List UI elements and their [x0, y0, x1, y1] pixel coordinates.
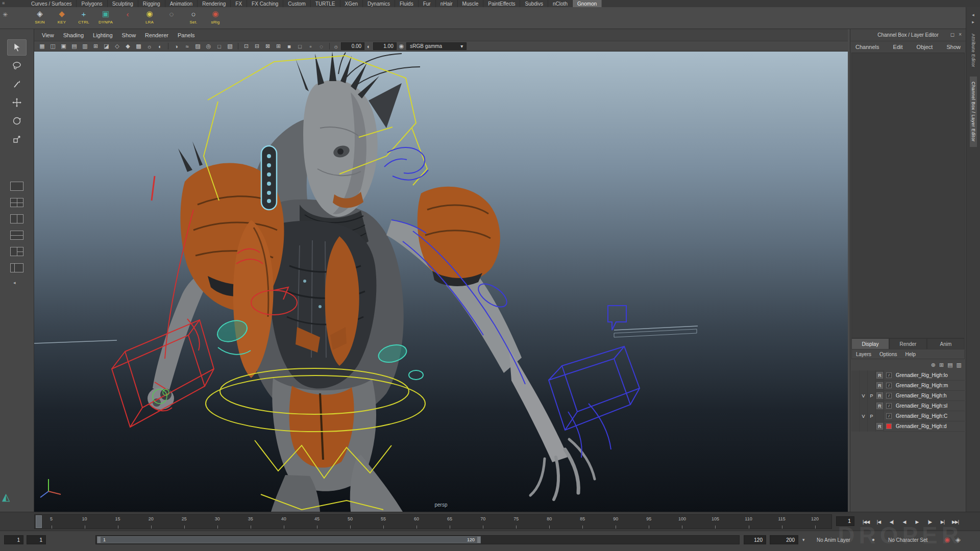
shelf-menu-icon[interactable]: ≡: [2, 1, 5, 6]
channel-box-menu-item[interactable]: Show: [946, 44, 961, 50]
layer-visibility-cell[interactable]: [860, 421, 868, 432]
timeline-tick[interactable]: 10: [68, 515, 101, 529]
resolution-gate-icon[interactable]: ⊡: [241, 43, 252, 49]
layer-editor-menu-item[interactable]: Help: [905, 352, 916, 357]
move-tool-button[interactable]: [7, 94, 27, 111]
animation-start-field[interactable]: 1: [4, 535, 23, 544]
layer-row[interactable]: R / Grenadier_Rig_High:lo: [851, 370, 965, 381]
close-panel-icon[interactable]: ×: [959, 32, 962, 37]
viewport-menu-item[interactable]: Lighting: [88, 32, 117, 38]
image-plane-icon[interactable]: ▥: [80, 43, 90, 49]
layer-color-swatch[interactable]: [884, 423, 894, 429]
isolate-select-icon[interactable]: □: [214, 43, 225, 49]
shelf-tab[interactable]: nHair: [436, 0, 458, 7]
film-gate-icon[interactable]: ⊟: [252, 43, 262, 49]
viewport-3d-canvas[interactable]: persp: [34, 52, 848, 512]
layer-playback-cell[interactable]: [868, 421, 876, 432]
current-time-field[interactable]: 1: [836, 516, 854, 526]
shadows-icon[interactable]: ◐: [155, 43, 165, 49]
range-slider[interactable]: 1 120: [95, 535, 740, 544]
motion-blur-icon[interactable]: ≈: [182, 43, 192, 49]
new-layer-from-selected-icon[interactable]: ⊞: [939, 362, 944, 368]
go-to-end-button[interactable]: ▶▶|: [949, 515, 962, 528]
shelf-tab[interactable]: Dynamics: [363, 0, 395, 7]
timeline-tick[interactable]: 15: [101, 515, 134, 529]
layer-name[interactable]: Grenadier_Rig_High:sl: [894, 403, 965, 409]
shelf-tab[interactable]: nCloth: [548, 0, 573, 7]
layer-editor-tab[interactable]: Display: [851, 338, 889, 349]
shelf-tab[interactable]: Sculpting: [108, 0, 138, 7]
timeline-tick[interactable]: 60: [400, 515, 433, 529]
shelf-tab[interactable]: Animation: [165, 0, 198, 7]
layer-color-swatch[interactable]: /: [884, 372, 894, 378]
toolbox-more-arrow[interactable]: ◂: [13, 280, 16, 285]
layer-playback-cell[interactable]: P: [868, 411, 876, 421]
timeline-tick[interactable]: 80: [533, 515, 566, 529]
timeline-tick[interactable]: 115: [765, 515, 798, 529]
key-shelf-button[interactable]: ◆ KEY: [53, 8, 71, 28]
gear-icon[interactable]: ✳: [3, 11, 8, 18]
timeline-tick[interactable]: 90: [599, 515, 632, 529]
timeline-tick[interactable]: 30: [201, 515, 234, 529]
viewport-menu-item[interactable]: Panels: [173, 32, 200, 38]
layer-row[interactable]: R / Grenadier_Rig_High:sl: [851, 401, 965, 411]
timeline-tick[interactable]: 50: [333, 515, 366, 529]
timeline-playhead[interactable]: [36, 515, 42, 528]
depth-of-field-icon[interactable]: ◎: [203, 43, 214, 49]
auto-keyframe-icon[interactable]: ◉: [944, 536, 950, 543]
timeline-tick[interactable]: 85: [566, 515, 599, 529]
timeline-tick[interactable]: 120: [798, 515, 831, 529]
layer-color-swatch[interactable]: /: [884, 393, 894, 398]
layer-name[interactable]: Grenadier_Rig_High:m: [894, 383, 965, 388]
layer-visibility-cell[interactable]: V: [860, 411, 868, 421]
shelf-tab[interactable]: Gnomon: [573, 0, 602, 7]
range-slider-selection[interactable]: 1 120: [97, 536, 481, 543]
shelf-back-arrow[interactable]: ‹: [118, 8, 137, 28]
dock-tab[interactable]: Attribute Editor: [970, 29, 977, 72]
layer-editor-tab[interactable]: Render: [889, 338, 927, 349]
lock-camera-icon[interactable]: ◫: [47, 43, 58, 49]
shelf-tab[interactable]: Rendering: [198, 0, 231, 7]
channel-box-empty-area[interactable]: [851, 53, 965, 338]
shelf-tab[interactable]: Curves / Surfaces: [27, 0, 77, 7]
shelf-tab[interactable]: Fluids: [395, 0, 419, 7]
layer-toggle-cell[interactable]: [851, 421, 860, 432]
skin-shelf-button[interactable]: ◈ SKIN: [31, 8, 49, 28]
layer-editor-menu-item[interactable]: Layers: [856, 352, 871, 357]
display-mask-icon[interactable]: ⊠: [262, 43, 273, 49]
viewport-menu-item[interactable]: Show: [117, 32, 141, 38]
shaded-display-icon[interactable]: ◆: [122, 43, 133, 49]
timeline-tick[interactable]: 75: [500, 515, 533, 529]
dock-tab[interactable]: Channel Box / Layer Editor: [970, 77, 977, 147]
play-backward-button[interactable]: ◀: [898, 515, 911, 528]
viewport-menu-item[interactable]: View: [37, 32, 59, 38]
layer-playback-cell[interactable]: [868, 370, 876, 381]
layout-two-horizontal-button[interactable]: [7, 227, 27, 243]
layer-row[interactable]: V P / Grenadier_Rig_High:C: [851, 411, 965, 421]
play-forward-button[interactable]: ▶: [911, 515, 923, 528]
exposure-icon[interactable]: ☼: [333, 43, 338, 49]
character-set-status[interactable]: No Character Set: [888, 537, 927, 543]
ctrl-shelf-button[interactable]: + CTRL: [75, 8, 93, 28]
timeline-tick[interactable]: 95: [632, 515, 666, 529]
step-forward-key-button[interactable]: |▶: [923, 515, 936, 528]
use-all-lights-icon[interactable]: ☼: [144, 43, 155, 49]
bookmarks-icon[interactable]: ▤: [69, 43, 80, 49]
xray-icon[interactable]: ▧: [225, 43, 235, 49]
timeline-tick[interactable]: 20: [134, 515, 167, 529]
layer-display-type-cell[interactable]: R: [876, 381, 884, 391]
hud-toggle-icon[interactable]: ◌: [316, 43, 327, 49]
timeline-tick[interactable]: 25: [167, 515, 201, 529]
scale-tool-button[interactable]: [7, 131, 27, 147]
playback-end-field[interactable]: 120: [744, 535, 766, 544]
shelf-tab[interactable]: PaintEffects: [483, 0, 520, 7]
multisample-icon[interactable]: ▨: [192, 43, 203, 49]
anim-layer-status[interactable]: No Anim Layer: [817, 537, 850, 543]
collapse-left-icon[interactable]: ◂: [972, 12, 974, 17]
step-back-frame-button[interactable]: |◀: [872, 515, 885, 528]
viewport-menu-item[interactable]: Shading: [59, 32, 88, 38]
layer-toggle-cell[interactable]: [851, 381, 860, 391]
two-d-pan-zoom-icon[interactable]: ⊞: [90, 43, 101, 49]
safe-action-icon[interactable]: ■: [284, 43, 295, 49]
layer-playback-cell[interactable]: [868, 381, 876, 391]
